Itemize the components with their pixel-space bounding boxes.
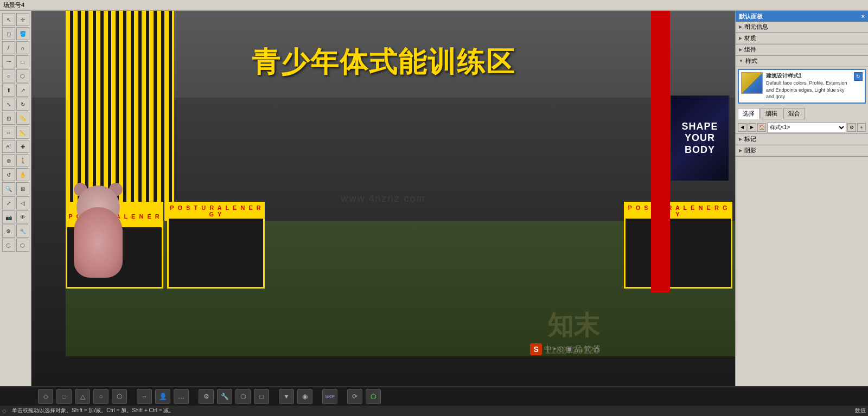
style-desc: Default face colors. Profile, Extension … — [766, 80, 851, 100]
pan-tool[interactable]: ✋ — [16, 168, 29, 181]
tb-hex[interactable]: ⬡ — [112, 389, 127, 404]
tb-hex2[interactable]: ⬡ — [235, 389, 251, 404]
section-material-label: 材质 — [744, 34, 756, 42]
look-around-tool[interactable]: 👁 — [16, 210, 29, 223]
section-entity-header[interactable]: ▶ 图元信息 — [736, 22, 868, 33]
section-component-label: 组件 — [744, 46, 756, 54]
style-home-btn[interactable]: 🏠 — [757, 123, 766, 132]
tb-person2[interactable]: 👤 — [155, 389, 170, 404]
main-layout: ↖ ✛ ◻ 🪣 / ∩ 〜 □ ○ ⬡ ⬆ ↗ ⤡ ↻ ⊡ 📏 — [0, 11, 868, 386]
style-tab-select[interactable]: 选择 — [738, 108, 760, 119]
erase-tool[interactable]: ◻ — [2, 27, 15, 40]
tool-row-12: ↺ ✋ — [2, 168, 29, 181]
paint-tool[interactable]: 🪣 — [16, 27, 29, 40]
section-material-header[interactable]: ▶ 材质 — [736, 33, 868, 44]
section-entity-label: 图元信息 — [744, 23, 768, 31]
style-settings-icon[interactable]: ⚙ — [847, 123, 856, 132]
push-pull-tool[interactable]: ⬆ — [2, 84, 15, 97]
shape-tool[interactable]: □ — [16, 55, 29, 68]
tb-down[interactable]: ▼ — [279, 389, 294, 404]
section-shadow-header[interactable]: ▶ 阴影 — [736, 145, 868, 156]
axes-tool[interactable]: ✚ — [16, 140, 29, 153]
section-style-label: 样式 — [745, 57, 757, 65]
s-nav-simple: 简 — [584, 344, 591, 354]
zhimo-watermark: 知末 — [547, 308, 599, 343]
tb-gear[interactable]: ⚙ — [199, 389, 214, 404]
tb-box[interactable]: □ — [56, 389, 72, 404]
watermark: www.4nznz.com — [341, 193, 425, 204]
style-tab-mix[interactable]: 混合 — [783, 108, 805, 119]
s-nav-icons: 中 • ⊙ ▣ 品 简 器 — [544, 344, 601, 354]
right-panel: 默认面板 × ▶ 图元信息 ▶ 材质 ▶ 组件 ▼ — [735, 11, 868, 386]
bear-body — [74, 207, 123, 278]
s-logo-area: S 中 • ⊙ ▣ 品 简 器 — [530, 343, 601, 355]
style-name: 建筑设计样式1 — [766, 72, 851, 80]
polygon-tool[interactable]: ⬡ — [16, 69, 29, 82]
section-style-header[interactable]: ▼ 样式 — [736, 56, 868, 67]
style-next-btn[interactable]: ▶ — [748, 123, 756, 132]
style-prev-btn[interactable]: ◀ — [738, 123, 746, 132]
tb-circle[interactable]: ○ — [93, 389, 108, 404]
section-tool[interactable]: ⊕ — [2, 154, 15, 167]
triangle-entity: ▶ — [739, 24, 742, 29]
follow-tool[interactable]: ↗ — [16, 84, 29, 97]
tb-wrench[interactable]: 🔧 — [217, 389, 232, 404]
orbit-tool[interactable]: ↺ — [2, 168, 15, 181]
style-refresh-btn[interactable]: ↻ — [854, 72, 863, 81]
tb-refresh[interactable]: ⟳ — [347, 389, 362, 404]
tool-row-10: A| ✚ — [2, 140, 29, 153]
tb-select[interactable]: ◇ — [38, 389, 53, 404]
zoom-extents-tool[interactable]: ⤢ — [2, 196, 15, 209]
scale-tool[interactable]: ⤡ — [2, 98, 15, 111]
arc-tool[interactable]: ∩ — [16, 41, 29, 54]
zoom-window-tool[interactable]: ⊞ — [16, 182, 29, 195]
extra-tool-1[interactable]: ⚙ — [2, 225, 15, 238]
zoom-tool[interactable]: 🔍 — [2, 182, 15, 195]
tb-skp[interactable]: SKP — [322, 389, 337, 404]
position-camera-tool[interactable]: 📷 — [2, 210, 15, 223]
extra-tool-4[interactable]: ⬡ — [16, 239, 29, 252]
status-text: 单击或拖动以选择对象。Shift = 加/减。Ctrl = 加。Shift + … — [12, 407, 175, 414]
tb-dots[interactable]: … — [174, 389, 189, 404]
tb-rad[interactable]: ◉ — [297, 389, 312, 404]
style-add-icon[interactable]: + — [857, 123, 866, 132]
prev-tool[interactable]: ◁ — [16, 196, 29, 209]
move-tool[interactable]: ✛ — [16, 13, 29, 26]
panel-close-btn[interactable]: × — [861, 13, 865, 20]
text-tool[interactable]: A| — [2, 140, 15, 153]
section-component-header[interactable]: ▶ 组件 — [736, 44, 868, 55]
tool-row-5: ○ ⬡ — [2, 69, 29, 82]
s-nav-dot: • — [553, 344, 556, 354]
style-dropdown[interactable]: 样式<1> — [767, 123, 846, 132]
section-entity-info: ▶ 图元信息 — [736, 22, 868, 33]
tb-tri[interactable]: △ — [75, 389, 90, 404]
status-value: 数值 — [855, 407, 866, 414]
offset-tool[interactable]: ⊡ — [2, 112, 15, 125]
tape-tool[interactable]: 📏 — [16, 112, 29, 125]
select-tool[interactable]: ↖ — [2, 13, 15, 26]
scene-title: 场景号4 — [3, 1, 24, 9]
tb-person[interactable]: → — [137, 389, 152, 404]
status-icon: ◇ — [2, 408, 7, 414]
viewport[interactable]: SHAPEYOURBODY 青少年体式能训练区 GY P O S T U R A… — [31, 11, 735, 386]
pe-banner-2: P O S T U R A L E N E R G Y — [167, 202, 265, 289]
protractor-tool[interactable]: 📐 — [16, 126, 29, 139]
extra-tool-3[interactable]: ⬡ — [2, 239, 15, 252]
triangle-shadow: ▶ — [739, 148, 742, 153]
style-tab-edit[interactable]: 编辑 — [761, 108, 782, 119]
section-tags-header[interactable]: ▶ 标记 — [736, 134, 868, 145]
tool-row-3: / ∩ — [2, 41, 29, 54]
tool-row-8: ⊡ 📏 — [2, 112, 29, 125]
line-tool[interactable]: / — [2, 41, 15, 54]
dim-tool[interactable]: ↔ — [2, 126, 15, 139]
walk-tool[interactable]: 🚶 — [16, 154, 29, 167]
extra-tool-2[interactable]: 🔧 — [16, 225, 29, 238]
freehand-tool[interactable]: 〜 — [2, 55, 15, 68]
tb-sq[interactable]: □ — [254, 389, 269, 404]
s-nav-eye: ⊙ — [558, 344, 564, 354]
circle-tool[interactable]: ○ — [2, 69, 15, 82]
tb-green[interactable]: ⬡ — [366, 389, 381, 404]
right-panel-header: 默认面板 × — [736, 11, 868, 22]
rotate-tool[interactable]: ↻ — [16, 98, 29, 111]
style-card-actions: ↻ — [854, 72, 863, 100]
